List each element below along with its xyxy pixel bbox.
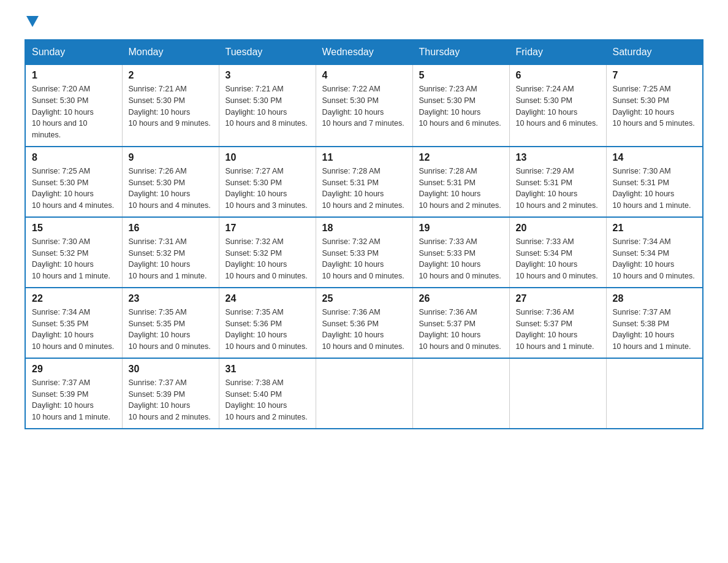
- day-number: 5: [419, 70, 503, 81]
- day-info: Sunrise: 7:36 AMSunset: 5:37 PMDaylight:…: [516, 308, 594, 351]
- calendar-day-cell: 13 Sunrise: 7:29 AMSunset: 5:31 PMDaylig…: [509, 147, 606, 217]
- page-header: [25, 18, 703, 27]
- calendar-table: SundayMondayTuesdayWednesdayThursdayFrid…: [25, 39, 703, 429]
- calendar-day-cell: 3 Sunrise: 7:21 AMSunset: 5:30 PMDayligh…: [219, 64, 316, 147]
- calendar-day-cell: 6 Sunrise: 7:24 AMSunset: 5:30 PMDayligh…: [509, 64, 606, 147]
- logo-triangle-icon: [26, 16, 39, 27]
- day-info: Sunrise: 7:30 AMSunset: 5:32 PMDaylight:…: [32, 237, 110, 280]
- day-number: 4: [322, 70, 406, 81]
- calendar-day-cell: 4 Sunrise: 7:22 AMSunset: 5:30 PMDayligh…: [316, 64, 412, 147]
- day-info: Sunrise: 7:25 AMSunset: 5:30 PMDaylight:…: [32, 167, 114, 210]
- col-header-sunday: Sunday: [25, 40, 122, 64]
- day-number: 1: [32, 70, 116, 81]
- day-number: 12: [419, 152, 503, 163]
- logo: [25, 18, 39, 27]
- calendar-day-cell: 19 Sunrise: 7:33 AMSunset: 5:33 PMDaylig…: [412, 217, 509, 288]
- day-number: 14: [613, 152, 697, 163]
- empty-day-cell: [606, 358, 703, 429]
- day-number: 8: [32, 152, 116, 163]
- calendar-day-cell: 7 Sunrise: 7:25 AMSunset: 5:30 PMDayligh…: [606, 64, 703, 147]
- day-number: 23: [129, 293, 213, 304]
- day-info: Sunrise: 7:28 AMSunset: 5:31 PMDaylight:…: [322, 167, 404, 210]
- empty-day-cell: [412, 358, 509, 429]
- day-number: 15: [32, 223, 116, 234]
- day-number: 6: [516, 70, 600, 81]
- empty-day-cell: [316, 358, 412, 429]
- calendar-day-cell: 31 Sunrise: 7:38 AMSunset: 5:40 PMDaylig…: [219, 358, 316, 429]
- calendar-week-row: 22 Sunrise: 7:34 AMSunset: 5:35 PMDaylig…: [25, 288, 703, 358]
- col-header-friday: Friday: [509, 40, 606, 64]
- day-number: 16: [129, 223, 213, 234]
- day-number: 21: [613, 223, 697, 234]
- day-number: 19: [419, 223, 503, 234]
- day-info: Sunrise: 7:35 AMSunset: 5:35 PMDaylight:…: [129, 308, 211, 351]
- calendar-day-cell: 30 Sunrise: 7:37 AMSunset: 5:39 PMDaylig…: [122, 358, 219, 429]
- day-info: Sunrise: 7:27 AMSunset: 5:30 PMDaylight:…: [226, 167, 308, 210]
- col-header-thursday: Thursday: [412, 40, 509, 64]
- day-info: Sunrise: 7:22 AMSunset: 5:30 PMDaylight:…: [322, 85, 404, 128]
- day-info: Sunrise: 7:25 AMSunset: 5:30 PMDaylight:…: [613, 85, 695, 128]
- calendar-day-cell: 1 Sunrise: 7:20 AMSunset: 5:30 PMDayligh…: [25, 64, 122, 147]
- day-number: 20: [516, 223, 600, 234]
- day-info: Sunrise: 7:31 AMSunset: 5:32 PMDaylight:…: [129, 237, 207, 280]
- calendar-day-cell: 23 Sunrise: 7:35 AMSunset: 5:35 PMDaylig…: [122, 288, 219, 358]
- day-number: 31: [226, 364, 309, 375]
- logo-text: [25, 18, 39, 27]
- day-info: Sunrise: 7:20 AMSunset: 5:30 PMDaylight:…: [32, 85, 94, 139]
- col-header-tuesday: Tuesday: [219, 40, 316, 64]
- day-info: Sunrise: 7:32 AMSunset: 5:33 PMDaylight:…: [322, 237, 404, 280]
- day-info: Sunrise: 7:36 AMSunset: 5:37 PMDaylight:…: [419, 308, 501, 351]
- day-number: 27: [516, 293, 600, 304]
- day-info: Sunrise: 7:33 AMSunset: 5:33 PMDaylight:…: [419, 237, 501, 280]
- day-number: 3: [226, 70, 309, 81]
- day-info: Sunrise: 7:28 AMSunset: 5:31 PMDaylight:…: [419, 167, 501, 210]
- day-number: 29: [32, 364, 116, 375]
- calendar-week-row: 29 Sunrise: 7:37 AMSunset: 5:39 PMDaylig…: [25, 358, 703, 429]
- day-info: Sunrise: 7:29 AMSunset: 5:31 PMDaylight:…: [516, 167, 598, 210]
- calendar-day-cell: 27 Sunrise: 7:36 AMSunset: 5:37 PMDaylig…: [509, 288, 606, 358]
- day-info: Sunrise: 7:38 AMSunset: 5:40 PMDaylight:…: [226, 378, 308, 421]
- calendar-week-row: 15 Sunrise: 7:30 AMSunset: 5:32 PMDaylig…: [25, 217, 703, 288]
- col-header-saturday: Saturday: [606, 40, 703, 64]
- day-info: Sunrise: 7:30 AMSunset: 5:31 PMDaylight:…: [613, 167, 691, 210]
- col-header-monday: Monday: [122, 40, 219, 64]
- calendar-day-cell: 14 Sunrise: 7:30 AMSunset: 5:31 PMDaylig…: [606, 147, 703, 217]
- calendar-week-row: 8 Sunrise: 7:25 AMSunset: 5:30 PMDayligh…: [25, 147, 703, 217]
- calendar-day-cell: 15 Sunrise: 7:30 AMSunset: 5:32 PMDaylig…: [25, 217, 122, 288]
- day-number: 7: [613, 70, 697, 81]
- calendar-day-cell: 9 Sunrise: 7:26 AMSunset: 5:30 PMDayligh…: [122, 147, 219, 217]
- day-number: 26: [419, 293, 503, 304]
- calendar-day-cell: 20 Sunrise: 7:33 AMSunset: 5:34 PMDaylig…: [509, 217, 606, 288]
- calendar-day-cell: 28 Sunrise: 7:37 AMSunset: 5:38 PMDaylig…: [606, 288, 703, 358]
- day-info: Sunrise: 7:26 AMSunset: 5:30 PMDaylight:…: [129, 167, 211, 210]
- calendar-day-cell: 16 Sunrise: 7:31 AMSunset: 5:32 PMDaylig…: [122, 217, 219, 288]
- day-info: Sunrise: 7:37 AMSunset: 5:38 PMDaylight:…: [613, 308, 691, 351]
- calendar-day-cell: 17 Sunrise: 7:32 AMSunset: 5:32 PMDaylig…: [219, 217, 316, 288]
- day-info: Sunrise: 7:36 AMSunset: 5:36 PMDaylight:…: [322, 308, 404, 351]
- day-info: Sunrise: 7:37 AMSunset: 5:39 PMDaylight:…: [32, 378, 110, 421]
- calendar-day-cell: 24 Sunrise: 7:35 AMSunset: 5:36 PMDaylig…: [219, 288, 316, 358]
- calendar-day-cell: 5 Sunrise: 7:23 AMSunset: 5:30 PMDayligh…: [412, 64, 509, 147]
- calendar-day-cell: 12 Sunrise: 7:28 AMSunset: 5:31 PMDaylig…: [412, 147, 509, 217]
- day-number: 25: [322, 293, 406, 304]
- day-info: Sunrise: 7:33 AMSunset: 5:34 PMDaylight:…: [516, 237, 598, 280]
- day-number: 10: [226, 152, 309, 163]
- day-info: Sunrise: 7:35 AMSunset: 5:36 PMDaylight:…: [226, 308, 308, 351]
- day-info: Sunrise: 7:24 AMSunset: 5:30 PMDaylight:…: [516, 85, 598, 128]
- calendar-day-cell: 2 Sunrise: 7:21 AMSunset: 5:30 PMDayligh…: [122, 64, 219, 147]
- calendar-day-cell: 26 Sunrise: 7:36 AMSunset: 5:37 PMDaylig…: [412, 288, 509, 358]
- day-number: 2: [129, 70, 213, 81]
- calendar-day-cell: 21 Sunrise: 7:34 AMSunset: 5:34 PMDaylig…: [606, 217, 703, 288]
- day-number: 28: [613, 293, 697, 304]
- calendar-day-cell: 11 Sunrise: 7:28 AMSunset: 5:31 PMDaylig…: [316, 147, 412, 217]
- calendar-day-cell: 25 Sunrise: 7:36 AMSunset: 5:36 PMDaylig…: [316, 288, 412, 358]
- calendar-day-cell: 10 Sunrise: 7:27 AMSunset: 5:30 PMDaylig…: [219, 147, 316, 217]
- day-info: Sunrise: 7:23 AMSunset: 5:30 PMDaylight:…: [419, 85, 501, 128]
- day-number: 17: [226, 223, 309, 234]
- col-header-wednesday: Wednesday: [316, 40, 412, 64]
- day-number: 11: [322, 152, 406, 163]
- day-info: Sunrise: 7:37 AMSunset: 5:39 PMDaylight:…: [129, 378, 211, 421]
- day-number: 9: [129, 152, 213, 163]
- calendar-week-row: 1 Sunrise: 7:20 AMSunset: 5:30 PMDayligh…: [25, 64, 703, 147]
- calendar-day-cell: 18 Sunrise: 7:32 AMSunset: 5:33 PMDaylig…: [316, 217, 412, 288]
